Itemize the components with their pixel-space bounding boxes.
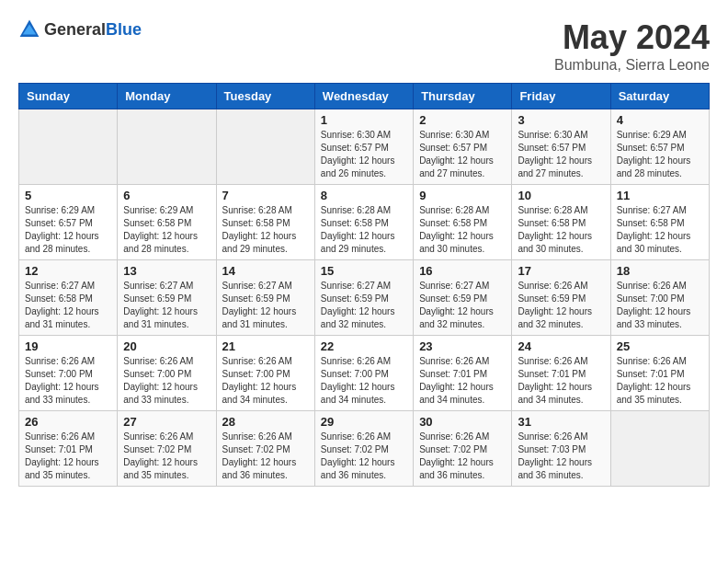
calendar-cell: 22Sunrise: 6:26 AMSunset: 7:00 PMDayligh… (314, 336, 413, 411)
calendar-cell: 21Sunrise: 6:26 AMSunset: 7:00 PMDayligh… (216, 336, 314, 411)
day-info: Sunrise: 6:30 AMSunset: 6:57 PMDaylight:… (321, 129, 407, 180)
day-number: 2 (419, 113, 506, 127)
day-number: 14 (222, 264, 309, 278)
calendar-cell: 30Sunrise: 6:26 AMSunset: 7:02 PMDayligh… (414, 411, 512, 487)
page-header: GeneralBlue May 2024 Bumbuna, Sierra Leo… (18, 18, 710, 74)
day-info: Sunrise: 6:30 AMSunset: 6:57 PMDaylight:… (518, 129, 604, 180)
logo: GeneralBlue (18, 18, 142, 40)
calendar-cell: 6Sunrise: 6:29 AMSunset: 6:58 PMDaylight… (118, 185, 216, 260)
calendar-cell (610, 411, 709, 487)
day-info: Sunrise: 6:27 AMSunset: 6:59 PMDaylight:… (419, 280, 506, 331)
day-number: 18 (617, 264, 703, 278)
calendar-cell: 19Sunrise: 6:26 AMSunset: 7:00 PMDayligh… (19, 336, 118, 411)
calendar-cell: 20Sunrise: 6:26 AMSunset: 7:00 PMDayligh… (118, 336, 216, 411)
weekday-monday: Monday (118, 84, 216, 109)
weekday-tuesday: Tuesday (216, 84, 314, 109)
day-number: 9 (419, 189, 506, 202)
day-info: Sunrise: 6:26 AMSunset: 7:01 PMDaylight:… (419, 355, 506, 407)
calendar-cell: 15Sunrise: 6:27 AMSunset: 6:59 PMDayligh… (314, 260, 413, 336)
calendar-cell: 25Sunrise: 6:26 AMSunset: 7:01 PMDayligh… (610, 336, 709, 411)
day-number: 22 (321, 339, 407, 353)
day-info: Sunrise: 6:26 AMSunset: 7:02 PMDaylight:… (419, 431, 506, 482)
day-number: 7 (222, 189, 309, 202)
day-number: 23 (419, 339, 506, 353)
weekday-row: SundayMondayTuesdayWednesdayThursdayFrid… (19, 84, 710, 109)
day-info: Sunrise: 6:27 AMSunset: 6:58 PMDaylight:… (617, 204, 703, 256)
calendar-cell: 11Sunrise: 6:27 AMSunset: 6:58 PMDayligh… (610, 185, 709, 260)
calendar-cell: 3Sunrise: 6:30 AMSunset: 6:57 PMDaylight… (512, 109, 610, 185)
day-info: Sunrise: 6:28 AMSunset: 6:58 PMDaylight:… (419, 204, 506, 256)
calendar-cell: 27Sunrise: 6:26 AMSunset: 7:02 PMDayligh… (118, 411, 216, 487)
day-info: Sunrise: 6:26 AMSunset: 6:59 PMDaylight:… (518, 280, 604, 331)
day-info: Sunrise: 6:27 AMSunset: 6:59 PMDaylight:… (123, 280, 210, 331)
day-info: Sunrise: 6:26 AMSunset: 7:00 PMDaylight:… (25, 355, 111, 407)
calendar-cell (216, 109, 314, 185)
day-info: Sunrise: 6:27 AMSunset: 6:59 PMDaylight:… (321, 280, 407, 331)
title-area: May 2024 Bumbuna, Sierra Leone (554, 18, 710, 74)
day-info: Sunrise: 6:27 AMSunset: 6:59 PMDaylight:… (222, 280, 309, 331)
calendar-cell: 10Sunrise: 6:28 AMSunset: 6:58 PMDayligh… (512, 185, 610, 260)
weekday-saturday: Saturday (610, 84, 709, 109)
day-info: Sunrise: 6:29 AMSunset: 6:58 PMDaylight:… (123, 204, 210, 256)
day-number: 29 (321, 415, 407, 429)
day-number: 11 (617, 189, 703, 202)
day-info: Sunrise: 6:26 AMSunset: 7:00 PMDaylight:… (222, 355, 309, 407)
calendar-cell: 4Sunrise: 6:29 AMSunset: 6:57 PMDaylight… (610, 109, 709, 185)
day-number: 17 (518, 264, 604, 278)
calendar-cell: 14Sunrise: 6:27 AMSunset: 6:59 PMDayligh… (216, 260, 314, 336)
day-number: 3 (518, 113, 604, 127)
calendar-cell: 8Sunrise: 6:28 AMSunset: 6:58 PMDaylight… (314, 185, 413, 260)
week-row-2: 5Sunrise: 6:29 AMSunset: 6:57 PMDaylight… (19, 185, 710, 260)
day-info: Sunrise: 6:27 AMSunset: 6:58 PMDaylight:… (25, 280, 111, 331)
week-row-4: 19Sunrise: 6:26 AMSunset: 7:00 PMDayligh… (19, 336, 710, 411)
main-title: May 2024 (554, 18, 710, 57)
day-info: Sunrise: 6:29 AMSunset: 6:57 PMDaylight:… (617, 129, 703, 180)
calendar-cell: 13Sunrise: 6:27 AMSunset: 6:59 PMDayligh… (118, 260, 216, 336)
day-info: Sunrise: 6:26 AMSunset: 7:02 PMDaylight:… (222, 431, 309, 482)
calendar-body: 1Sunrise: 6:30 AMSunset: 6:57 PMDaylight… (19, 109, 710, 487)
weekday-sunday: Sunday (19, 84, 118, 109)
day-number: 15 (321, 264, 407, 278)
day-info: Sunrise: 6:26 AMSunset: 7:02 PMDaylight:… (123, 431, 210, 482)
calendar-cell (19, 109, 118, 185)
weekday-friday: Friday (512, 84, 610, 109)
day-number: 4 (617, 113, 703, 127)
calendar-cell: 31Sunrise: 6:26 AMSunset: 7:03 PMDayligh… (512, 411, 610, 487)
calendar-cell: 29Sunrise: 6:26 AMSunset: 7:02 PMDayligh… (314, 411, 413, 487)
day-number: 27 (123, 415, 210, 429)
day-info: Sunrise: 6:26 AMSunset: 7:00 PMDaylight:… (321, 355, 407, 407)
day-info: Sunrise: 6:26 AMSunset: 7:01 PMDaylight:… (518, 355, 604, 407)
day-info: Sunrise: 6:26 AMSunset: 7:01 PMDaylight:… (25, 431, 111, 482)
calendar-cell: 16Sunrise: 6:27 AMSunset: 6:59 PMDayligh… (414, 260, 512, 336)
logo-blue: Blue (106, 20, 142, 39)
weekday-wednesday: Wednesday (314, 84, 413, 109)
week-row-5: 26Sunrise: 6:26 AMSunset: 7:01 PMDayligh… (19, 411, 710, 487)
calendar-cell: 24Sunrise: 6:26 AMSunset: 7:01 PMDayligh… (512, 336, 610, 411)
calendar-cell: 26Sunrise: 6:26 AMSunset: 7:01 PMDayligh… (19, 411, 118, 487)
day-number: 25 (617, 339, 703, 353)
day-number: 26 (25, 415, 111, 429)
day-number: 5 (25, 189, 111, 202)
calendar-cell (118, 109, 216, 185)
logo-text: GeneralBlue (44, 20, 142, 40)
logo-general: General (44, 20, 106, 39)
day-info: Sunrise: 6:29 AMSunset: 6:57 PMDaylight:… (25, 204, 111, 256)
day-info: Sunrise: 6:26 AMSunset: 7:00 PMDaylight:… (617, 280, 703, 331)
day-info: Sunrise: 6:26 AMSunset: 7:02 PMDaylight:… (321, 431, 407, 482)
calendar-cell: 1Sunrise: 6:30 AMSunset: 6:57 PMDaylight… (314, 109, 413, 185)
day-info: Sunrise: 6:26 AMSunset: 7:01 PMDaylight:… (617, 355, 703, 407)
day-number: 13 (123, 264, 210, 278)
day-number: 12 (25, 264, 111, 278)
day-info: Sunrise: 6:28 AMSunset: 6:58 PMDaylight:… (321, 204, 407, 256)
day-info: Sunrise: 6:28 AMSunset: 6:58 PMDaylight:… (518, 204, 604, 256)
calendar-cell: 28Sunrise: 6:26 AMSunset: 7:02 PMDayligh… (216, 411, 314, 487)
calendar-cell: 5Sunrise: 6:29 AMSunset: 6:57 PMDaylight… (19, 185, 118, 260)
calendar-cell: 2Sunrise: 6:30 AMSunset: 6:57 PMDaylight… (414, 109, 512, 185)
day-number: 6 (123, 189, 210, 202)
day-number: 21 (222, 339, 309, 353)
day-info: Sunrise: 6:28 AMSunset: 6:58 PMDaylight:… (222, 204, 309, 256)
week-row-1: 1Sunrise: 6:30 AMSunset: 6:57 PMDaylight… (19, 109, 710, 185)
day-info: Sunrise: 6:26 AMSunset: 7:03 PMDaylight:… (518, 431, 604, 482)
day-number: 8 (321, 189, 407, 202)
calendar-cell: 23Sunrise: 6:26 AMSunset: 7:01 PMDayligh… (414, 336, 512, 411)
